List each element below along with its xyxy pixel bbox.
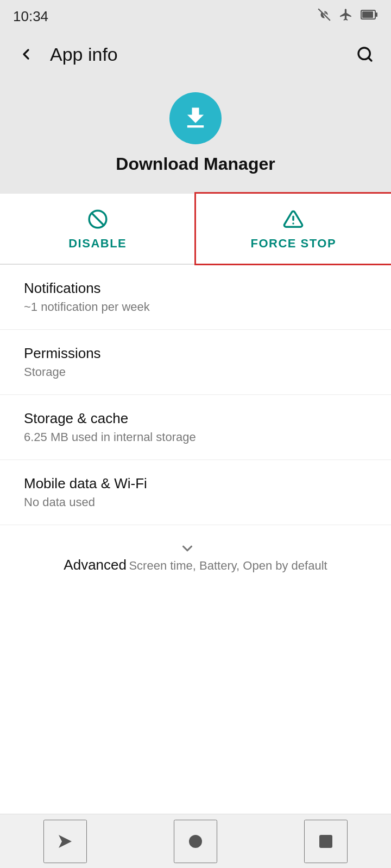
disable-button[interactable]: DISABLE <box>0 194 195 264</box>
airplane-icon <box>339 8 353 25</box>
storage-title: Storage & cache <box>24 410 367 427</box>
search-button[interactable] <box>350 39 380 69</box>
mute-icon <box>317 8 331 25</box>
back-button[interactable] <box>11 39 41 69</box>
svg-rect-3 <box>376 12 377 17</box>
app-bar-left: App info <box>11 39 118 69</box>
nav-back-button[interactable] <box>43 820 87 863</box>
storage-subtitle: 6.25 MB used in internal storage <box>24 430 367 444</box>
notifications-subtitle: ~1 notification per week <box>24 300 367 314</box>
permissions-item[interactable]: Permissions Storage <box>0 329 391 394</box>
nav-bar <box>0 814 391 868</box>
page-title: App info <box>50 44 118 65</box>
app-name: Download Manager <box>116 154 275 174</box>
permissions-subtitle: Storage <box>24 365 367 379</box>
app-bar: App info <box>0 33 391 76</box>
status-icons <box>317 8 378 25</box>
advanced-item[interactable]: Advanced Screen time, Battery, Open by d… <box>0 525 391 589</box>
svg-marker-10 <box>59 835 72 848</box>
nav-recents-button[interactable] <box>304 820 348 863</box>
status-time: 10:34 <box>13 8 48 25</box>
advanced-title: Advanced <box>64 557 127 573</box>
battery-icon <box>361 9 378 24</box>
svg-rect-12 <box>319 835 332 848</box>
mobile-data-title: Mobile data & Wi-Fi <box>24 475 367 492</box>
storage-item[interactable]: Storage & cache 6.25 MB used in internal… <box>0 394 391 459</box>
force-stop-icon <box>283 209 304 231</box>
notifications-title: Notifications <box>24 280 367 297</box>
svg-point-11 <box>189 835 202 848</box>
svg-line-5 <box>368 58 371 61</box>
chevron-down-icon <box>179 540 212 557</box>
disable-label: DISABLE <box>68 237 127 251</box>
mobile-data-subtitle: No data used <box>24 495 367 509</box>
app-icon <box>169 92 222 144</box>
nav-home-button[interactable] <box>174 820 217 863</box>
force-stop-button[interactable]: FORCE STOP <box>196 194 392 264</box>
notifications-item[interactable]: Notifications ~1 notification per week <box>0 265 391 329</box>
force-stop-label: FORCE STOP <box>250 237 336 251</box>
svg-line-0 <box>318 9 330 21</box>
svg-line-7 <box>92 213 104 225</box>
permissions-title: Permissions <box>24 345 367 362</box>
advanced-subtitle: Screen time, Battery, Open by default <box>129 559 327 572</box>
status-bar: 10:34 <box>0 0 391 33</box>
app-header: Download Manager <box>0 76 391 194</box>
advanced-content: Advanced Screen time, Battery, Open by d… <box>64 557 327 573</box>
svg-rect-2 <box>362 11 373 18</box>
disable-icon <box>87 209 108 231</box>
list-section: Notifications ~1 notification per week P… <box>0 265 391 814</box>
action-row: DISABLE FORCE STOP <box>0 194 391 264</box>
mobile-data-item[interactable]: Mobile data & Wi-Fi No data used <box>0 459 391 525</box>
